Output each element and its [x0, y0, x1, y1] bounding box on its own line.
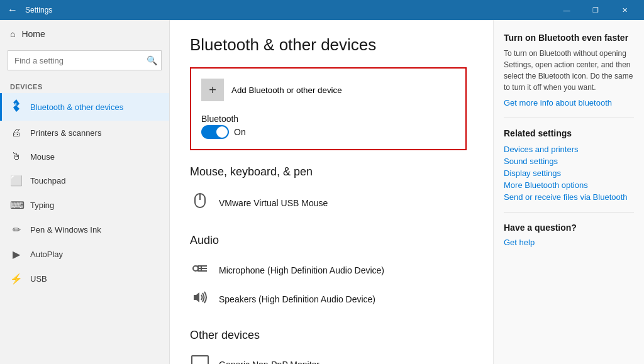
device-item-speakers: Speakers (High Definition Audio Device)	[190, 285, 473, 314]
sidebar-item-bluetooth-label: Bluetooth & other devices	[30, 102, 123, 112]
other-devices-title: Other devices	[190, 329, 473, 342]
sidebar-item-pen-label: Pen & Windows Ink	[30, 225, 101, 234]
close-button[interactable]: ✕	[610, 0, 639, 20]
sidebar-item-usb-label: USB	[30, 274, 47, 284]
monitor-device-name: Generic Non-PnP Monitor	[219, 360, 319, 364]
svg-marker-8	[194, 292, 199, 302]
sidebar: ⌂ Home 🔍 Devices Bluetooth & other devic…	[0, 20, 170, 364]
divider-2	[504, 212, 634, 212]
related-link-bluetooth-options[interactable]: More Bluetooth options	[504, 180, 634, 190]
add-device-button[interactable]: + Add Bluetooth or other device	[201, 79, 342, 101]
device-item-microphone: Microphone (High Definition Audio Device…	[190, 256, 473, 285]
mouse-device-icon	[190, 191, 210, 215]
sidebar-section-devices: Devices	[0, 78, 169, 93]
right-panel: Turn on Bluetooth even faster To turn on…	[493, 20, 644, 364]
have-question-title: Have a question?	[504, 223, 634, 233]
sidebar-item-autoplay[interactable]: ▶ AutoPlay	[0, 242, 169, 267]
page-title: Bluetooth & other devices	[190, 35, 473, 55]
sidebar-item-printers-label: Printers & scanners	[30, 128, 101, 138]
sidebar-item-mouse-label: Mouse	[30, 152, 55, 162]
toggle-knob	[216, 126, 228, 138]
related-link-display[interactable]: Display settings	[504, 168, 634, 178]
toggle-container: On	[201, 125, 246, 139]
plus-icon: +	[201, 79, 224, 101]
typing-icon: ⌨	[10, 199, 23, 211]
add-device-box: + Add Bluetooth or other device Bluetoot…	[190, 67, 467, 150]
autoplay-icon: ▶	[10, 248, 23, 260]
bluetooth-label: Bluetooth	[201, 114, 246, 124]
get-help-link[interactable]: Get help	[504, 238, 634, 247]
other-devices-section: Other devices Generic Non-PnP Monitor	[190, 329, 473, 364]
speakers-icon	[190, 289, 210, 310]
sidebar-item-pen[interactable]: ✏ Pen & Windows Ink	[0, 218, 169, 242]
sidebar-item-typing-label: Typing	[30, 201, 54, 210]
related-link-sound[interactable]: Sound settings	[504, 157, 634, 166]
search-input[interactable]	[8, 50, 162, 70]
related-link-devices-printers[interactable]: Devices and printers	[504, 145, 634, 154]
minimize-button[interactable]: —	[552, 0, 581, 20]
back-button[interactable]: ←	[5, 3, 20, 18]
bluetooth-toggle[interactable]	[201, 125, 229, 139]
related-settings-title: Related settings	[504, 128, 634, 138]
sidebar-item-bluetooth[interactable]: Bluetooth & other devices	[0, 93, 169, 121]
home-label: Home	[21, 29, 45, 39]
audio-title: Audio	[190, 234, 473, 247]
mouse-keyboard-title: Mouse, keyboard, & pen	[190, 165, 473, 179]
search-button[interactable]: 🔍	[142, 50, 162, 70]
pen-icon: ✏	[10, 224, 23, 236]
sidebar-item-touchpad-label: Touchpad	[30, 176, 65, 185]
search-container: 🔍	[8, 50, 162, 70]
touchpad-icon: ⬜	[10, 175, 23, 187]
svg-rect-9	[192, 356, 208, 364]
bluetooth-section: Bluetooth On	[201, 114, 246, 139]
titlebar: ← Settings — ❐ ✕	[0, 0, 644, 20]
svg-point-2	[193, 266, 198, 271]
sidebar-item-mouse[interactable]: 🖱 Mouse	[0, 145, 169, 168]
usb-icon: ⚡	[10, 273, 23, 285]
sidebar-item-usb[interactable]: ⚡ USB	[0, 267, 169, 291]
mouse-device-name: VMware Virtual USB Mouse	[219, 198, 328, 208]
app-body: ⌂ Home 🔍 Devices Bluetooth & other devic…	[0, 20, 644, 364]
sidebar-item-printers[interactable]: 🖨 Printers & scanners	[0, 121, 169, 145]
mouse-icon: 🖱	[10, 151, 23, 162]
monitor-icon	[190, 355, 210, 364]
microphone-icon	[190, 260, 210, 281]
related-link-send-receive[interactable]: Send or receive files via Bluetooth	[504, 192, 634, 202]
microphone-device-name: Microphone (High Definition Audio Device…	[219, 265, 384, 275]
toggle-status: On	[234, 127, 246, 137]
app-title: Settings	[25, 6, 552, 14]
sidebar-item-typing[interactable]: ⌨ Typing	[0, 193, 169, 218]
tip-text: To turn on Bluetooth without opening Set…	[504, 48, 634, 93]
sidebar-item-touchpad[interactable]: ⬜ Touchpad	[0, 168, 169, 193]
printer-icon: 🖨	[10, 127, 23, 138]
tip-link[interactable]: Get more info about bluetooth	[504, 98, 634, 108]
sidebar-item-home[interactable]: ⌂ Home	[0, 20, 169, 48]
tip-title: Turn on Bluetooth even faster	[504, 33, 634, 43]
sidebar-item-autoplay-label: AutoPlay	[30, 250, 63, 259]
device-item-monitor: Generic Non-PnP Monitor	[190, 351, 473, 364]
divider-1	[504, 118, 634, 118]
main-content: Bluetooth & other devices + Add Bluetoot…	[170, 20, 493, 364]
device-item-mouse: VMware Virtual USB Mouse	[190, 187, 473, 219]
restore-button[interactable]: ❐	[581, 0, 610, 20]
bluetooth-icon	[10, 99, 23, 114]
add-device-label: Add Bluetooth or other device	[231, 85, 342, 95]
window-controls: — ❐ ✕	[552, 0, 639, 20]
home-icon: ⌂	[10, 29, 15, 39]
speakers-device-name: Speakers (High Definition Audio Device)	[219, 294, 375, 304]
mouse-keyboard-section: Mouse, keyboard, & pen VMware Virtual US…	[190, 165, 473, 219]
audio-section: Audio Microphone (High Definition Audio …	[190, 234, 473, 314]
bluetooth-toggle-row: Bluetooth On	[201, 114, 455, 139]
